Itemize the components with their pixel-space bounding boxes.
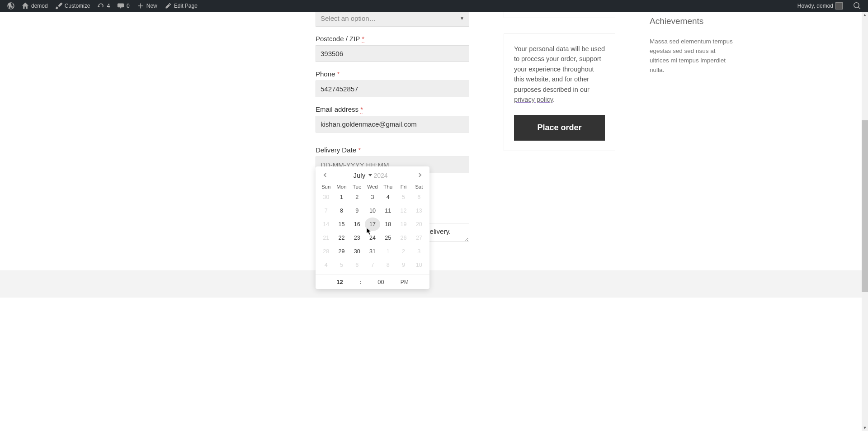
phone-input[interactable] bbox=[316, 81, 469, 97]
calendar-day: 2 bbox=[396, 245, 411, 258]
postcode-label: Postcode / ZIP * bbox=[316, 35, 469, 43]
edit-page-label: Edit Page bbox=[174, 3, 198, 9]
update-icon bbox=[97, 2, 104, 9]
billing-form: Select an option… ▼ Postcode / ZIP * Pho… bbox=[316, 12, 469, 243]
minute-value[interactable]: 00 bbox=[377, 279, 384, 285]
calendar-day[interactable]: 16 bbox=[349, 218, 365, 231]
year-input[interactable] bbox=[374, 172, 392, 179]
wordpress-icon bbox=[7, 2, 14, 9]
calendar-day: 6 bbox=[349, 258, 365, 272]
customize-link[interactable]: Customize bbox=[52, 0, 94, 12]
brush-icon bbox=[55, 2, 62, 9]
chevron-down-icon: ▼ bbox=[460, 16, 464, 21]
order-summary-bottom bbox=[504, 12, 615, 18]
order-review: Your personal data will be used to proce… bbox=[504, 12, 615, 151]
scroll-thumb[interactable] bbox=[862, 120, 868, 292]
calendar-day[interactable]: 8 bbox=[334, 204, 349, 218]
privacy-text-after: . bbox=[553, 96, 555, 103]
privacy-text-before: Your personal data will be used to proce… bbox=[514, 45, 605, 93]
my-account[interactable]: Howdy, demod bbox=[794, 0, 846, 12]
edit-page-link[interactable]: Edit Page bbox=[161, 0, 201, 12]
calendar-day: 13 bbox=[411, 204, 427, 218]
plus-icon bbox=[137, 2, 144, 9]
avatar bbox=[835, 2, 843, 9]
calendar-day[interactable]: 10 bbox=[365, 204, 380, 218]
comments-link[interactable]: 0 bbox=[113, 0, 133, 12]
weekday-row: SunMonTueWedThuFriSat bbox=[316, 182, 429, 190]
calendar-day[interactable]: 2 bbox=[349, 190, 365, 204]
scrollbar[interactable]: ▲ ▼ bbox=[862, 12, 868, 298]
page-footer bbox=[0, 270, 868, 298]
site-name[interactable]: demod bbox=[18, 0, 52, 12]
calendar-day[interactable]: 4 bbox=[380, 190, 396, 204]
widget-text: Massa sed elementum tempus egestas sed s… bbox=[650, 37, 736, 75]
widget-title: Achievements bbox=[650, 16, 736, 26]
updates-link[interactable]: 4 bbox=[94, 0, 113, 12]
calendar-day[interactable]: 31 bbox=[365, 245, 380, 258]
customize-label: Customize bbox=[65, 3, 90, 9]
calendar-day: 8 bbox=[380, 258, 396, 272]
calendar-day[interactable]: 25 bbox=[380, 231, 396, 245]
calendar-day: 5 bbox=[334, 258, 349, 272]
hour-value[interactable]: 12 bbox=[336, 279, 343, 285]
wp-logo[interactable] bbox=[4, 0, 18, 12]
month-select[interactable]: July bbox=[354, 171, 372, 179]
ampm-toggle[interactable]: PM bbox=[401, 279, 409, 285]
calendar-day: 21 bbox=[318, 231, 334, 245]
calendar-day: 12 bbox=[396, 204, 411, 218]
delivery-date-label: Delivery Date * bbox=[316, 146, 469, 154]
state-placeholder: Select an option… bbox=[321, 14, 376, 22]
weekday-label: Mon bbox=[334, 184, 349, 189]
calendar-day: 1 bbox=[380, 245, 396, 258]
calendar-day[interactable]: 30 bbox=[349, 245, 365, 258]
calendar-day[interactable]: 9 bbox=[349, 204, 365, 218]
weekday-label: Sat bbox=[411, 184, 427, 189]
calendar-day: 5 bbox=[396, 190, 411, 204]
privacy-policy-link[interactable]: privacy policy bbox=[514, 96, 553, 103]
weekday-label: Fri bbox=[396, 184, 411, 189]
updates-count: 4 bbox=[107, 3, 110, 9]
home-icon bbox=[22, 2, 29, 9]
email-input[interactable] bbox=[316, 116, 469, 133]
time-colon: : bbox=[359, 279, 361, 285]
pencil-icon bbox=[165, 2, 172, 9]
comment-icon bbox=[117, 2, 124, 9]
wp-admin-bar: demod Customize 4 0 New bbox=[0, 0, 868, 12]
calendar-day: 9 bbox=[396, 258, 411, 272]
calendar-day: 27 bbox=[411, 231, 427, 245]
privacy-notice: Your personal data will be used to proce… bbox=[504, 33, 615, 151]
scroll-up-arrow[interactable]: ▲ bbox=[862, 12, 868, 18]
weekday-label: Sun bbox=[318, 184, 334, 189]
weekday-label: Thu bbox=[380, 184, 396, 189]
search-toggle[interactable] bbox=[850, 0, 864, 12]
datepicker: July SunMonTueWedThuFriSat 3012345678910… bbox=[316, 166, 429, 289]
calendar-day: 26 bbox=[396, 231, 411, 245]
next-month-button[interactable] bbox=[415, 169, 425, 181]
calendar-day[interactable]: 29 bbox=[334, 245, 349, 258]
calendar-day[interactable]: 11 bbox=[380, 204, 396, 218]
prev-month-button[interactable] bbox=[320, 169, 330, 181]
calendar-grid: 3012345678910111213141516171819202122232… bbox=[316, 190, 429, 275]
time-picker[interactable]: 12 : 00 PM bbox=[316, 275, 429, 289]
calendar-day[interactable]: 1 bbox=[334, 190, 349, 204]
calendar-day: 28 bbox=[318, 245, 334, 258]
calendar-day: 10 bbox=[411, 258, 427, 272]
site-name-label: demod bbox=[31, 3, 48, 9]
weekday-label: Tue bbox=[349, 184, 365, 189]
place-order-button[interactable]: Place order bbox=[514, 115, 605, 141]
sidebar-widget: Achievements Massa sed elementum tempus … bbox=[650, 12, 736, 75]
calendar-day[interactable]: 17 bbox=[365, 218, 380, 231]
email-label: Email address * bbox=[316, 105, 469, 113]
new-link[interactable]: New bbox=[133, 0, 161, 12]
calendar-day[interactable]: 22 bbox=[334, 231, 349, 245]
comments-count: 0 bbox=[127, 3, 130, 9]
new-label: New bbox=[146, 3, 157, 9]
calendar-day[interactable]: 15 bbox=[334, 218, 349, 231]
calendar-day: 19 bbox=[396, 218, 411, 231]
postcode-input[interactable] bbox=[316, 45, 469, 62]
calendar-day[interactable]: 18 bbox=[380, 218, 396, 231]
calendar-day[interactable]: 23 bbox=[349, 231, 365, 245]
calendar-day[interactable]: 24 bbox=[365, 231, 380, 245]
calendar-day[interactable]: 3 bbox=[365, 190, 380, 204]
state-select[interactable]: Select an option… ▼ bbox=[316, 10, 469, 27]
